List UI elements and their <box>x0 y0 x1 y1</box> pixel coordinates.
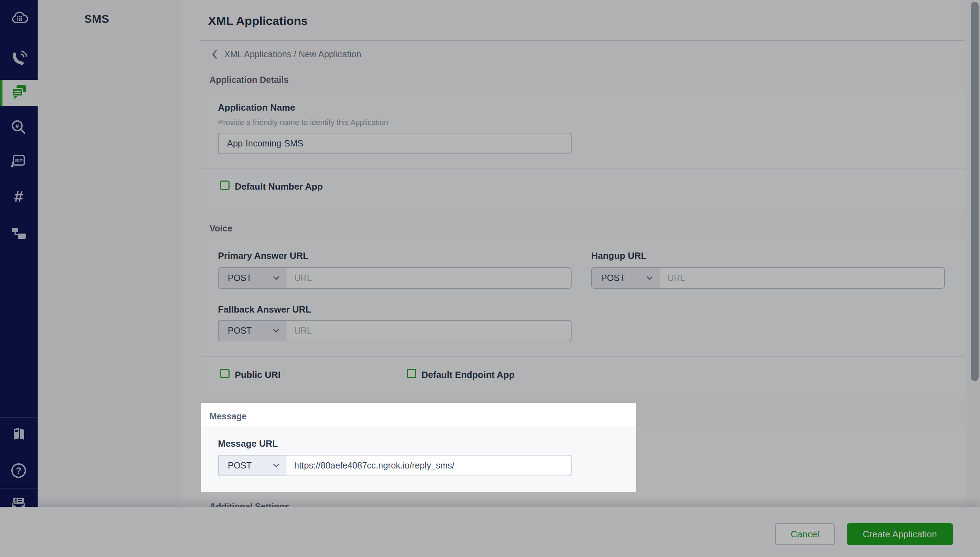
help-icon[interactable]: ? <box>10 461 28 480</box>
hangup-url-label: Hangup URL <box>591 251 647 261</box>
cancel-button[interactable]: Cancel <box>775 523 835 545</box>
fallback-answer-url-input[interactable] <box>286 321 571 340</box>
fallback-method-select[interactable]: POST <box>219 321 286 340</box>
flow-icon[interactable] <box>10 225 28 243</box>
default-number-app-label: Default Number App <box>235 181 323 192</box>
page-title: XML Applications <box>208 14 307 28</box>
svg-text:SIP: SIP <box>15 158 23 163</box>
phone-numbers-icon[interactable]: # <box>10 188 28 207</box>
method-value: POST <box>601 273 625 283</box>
primary-answer-url-label: Primary Answer URL <box>218 251 309 261</box>
message-url-input[interactable] <box>286 456 571 476</box>
scrollbar-track[interactable] <box>967 0 980 507</box>
lookup-icon[interactable]: # <box>10 118 28 137</box>
section-heading-message: Message <box>209 411 247 422</box>
svg-text:#: # <box>14 188 23 206</box>
active-product-indicator <box>0 80 2 106</box>
voice-panel <box>202 239 965 397</box>
docs-icon[interactable] <box>10 425 28 443</box>
message-url-group: POST <box>218 455 572 476</box>
default-endpoint-app-checkbox[interactable] <box>407 369 416 378</box>
hangup-url-input[interactable] <box>660 268 944 288</box>
svg-text:#: # <box>15 122 19 129</box>
breadcrumb-text: XML Applications / New Application <box>224 49 361 59</box>
chevron-down-icon <box>647 276 653 280</box>
chevron-down-icon <box>273 464 279 467</box>
chevron-down-icon <box>273 276 279 280</box>
messaging-icon[interactable] <box>11 84 28 101</box>
method-value: POST <box>228 461 252 471</box>
message-url-label: Message URL <box>218 438 278 449</box>
sidebar-title: SMS <box>84 13 109 26</box>
section-heading-application-details: Application Details <box>209 75 289 85</box>
create-application-button[interactable]: Create Application <box>847 523 953 545</box>
public-uri-label: Public URI <box>235 370 281 380</box>
panel-divider <box>202 356 965 357</box>
method-value: POST <box>228 326 252 336</box>
primary-method-select[interactable]: POST <box>219 268 286 288</box>
primary-answer-url-group: POST <box>218 267 572 289</box>
default-endpoint-app-label: Default Endpoint App <box>421 370 514 380</box>
hangup-method-select[interactable]: POST <box>592 268 660 288</box>
scrollbar-thumb[interactable] <box>971 2 978 381</box>
primary-answer-url-input[interactable] <box>286 268 571 288</box>
breadcrumb[interactable]: XML Applications / New Application <box>212 49 361 59</box>
svg-text:$: $ <box>15 498 17 503</box>
fallback-answer-url-group: POST <box>218 320 572 341</box>
message-method-select[interactable]: POST <box>219 456 286 476</box>
chevron-down-icon <box>273 329 279 332</box>
rail-divider <box>0 488 38 489</box>
chevron-left-icon <box>212 49 217 59</box>
application-name-help: Provide a friendly name to identify this… <box>218 118 388 127</box>
default-number-app-checkbox[interactable] <box>220 181 230 190</box>
panel-divider <box>202 168 965 169</box>
method-value: POST <box>228 273 252 283</box>
application-name-label: Application Name <box>218 102 295 113</box>
sms-sidebar: SMS <box>38 0 183 557</box>
svg-text:?: ? <box>16 465 21 476</box>
public-uri-checkbox[interactable] <box>220 369 230 378</box>
voice-icon[interactable] <box>10 49 28 67</box>
product-icon-rail: # SIP # <box>0 0 38 557</box>
section-heading-voice: Voice <box>209 223 232 233</box>
footer-action-bar: Cancel Create Application <box>0 507 980 557</box>
plivo-console-page: # SIP # <box>0 0 980 557</box>
application-name-input[interactable] <box>218 133 572 154</box>
fallback-answer-url-label: Fallback Answer URL <box>218 304 311 315</box>
plivo-logo[interactable] <box>10 9 28 27</box>
sip-trunking-icon[interactable]: SIP <box>10 152 28 170</box>
hangup-url-group: POST <box>591 267 945 289</box>
rail-divider <box>0 417 38 418</box>
header-divider <box>200 40 965 41</box>
